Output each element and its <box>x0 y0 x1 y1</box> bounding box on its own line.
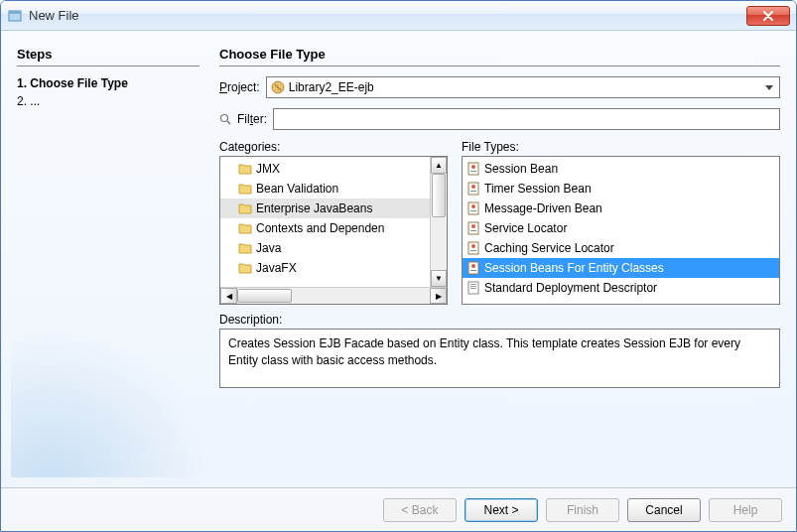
categories-list: JMXBean ValidationEnterprise JavaBeansCo… <box>220 157 430 280</box>
close-icon <box>762 11 774 21</box>
category-item[interactable]: JavaFX <box>220 258 430 278</box>
titlebar[interactable]: New File <box>1 1 796 31</box>
back-button[interactable]: < Back <box>383 498 457 522</box>
file-icon <box>466 221 480 235</box>
svg-point-18 <box>471 244 475 248</box>
step-item: 1. Choose File Type <box>17 74 199 92</box>
button-bar: < Back Next > Finish Cancel Help <box>1 487 796 531</box>
folder-icon <box>238 222 252 234</box>
filetypes-list: Session BeanTimer Session BeanMessage-Dr… <box>463 157 779 300</box>
description-label: Description: <box>219 313 780 327</box>
filter-row: Filter: <box>219 108 780 130</box>
svg-point-9 <box>471 185 475 189</box>
file-icon <box>466 241 480 255</box>
steps-panel: Steps 1. Choose File Type2. ... <box>11 41 209 477</box>
folder-icon <box>238 262 252 274</box>
description-text: Creates Session EJB Facade based on Enti… <box>228 336 740 367</box>
svg-point-3 <box>221 115 228 122</box>
filter-label: Filter: <box>237 112 267 126</box>
filetype-item[interactable]: Session Bean <box>463 159 779 179</box>
category-label: Contexts and Dependen <box>256 221 384 235</box>
svg-rect-13 <box>470 210 476 211</box>
project-icon <box>271 80 285 94</box>
steps-heading: Steps <box>17 47 199 66</box>
search-icon <box>219 113 231 125</box>
filetypes-listbox[interactable]: Session BeanTimer Session BeanMessage-Dr… <box>462 156 780 305</box>
filetype-item[interactable]: Service Locator <box>463 218 779 238</box>
svg-rect-10 <box>470 191 476 192</box>
description-box: Creates Session EJB Facade based on Enti… <box>219 329 780 388</box>
steps-list: 1. Choose File Type2. ... <box>17 74 199 110</box>
folder-icon <box>238 202 252 214</box>
category-item[interactable]: Enterprise JavaBeans <box>220 199 430 218</box>
svg-point-12 <box>471 204 475 208</box>
next-button[interactable]: Next > <box>465 498 538 522</box>
lists-row: Categories: JMXBean ValidationEnterprise… <box>219 140 780 305</box>
category-item[interactable]: Bean Validation <box>220 179 430 199</box>
cancel-button[interactable]: Cancel <box>627 498 701 522</box>
finish-button[interactable]: Finish <box>546 498 619 522</box>
filetype-label: Message-Driven Bean <box>484 201 602 215</box>
categories-column: Categories: JMXBean ValidationEnterprise… <box>219 140 448 305</box>
filetype-label: Service Locator <box>484 221 567 235</box>
file-icon <box>466 201 480 215</box>
filetype-item[interactable]: Message-Driven Bean <box>463 199 779 218</box>
project-label: Project: <box>219 80 260 94</box>
scroll-thumb[interactable] <box>237 289 292 303</box>
filetype-item[interactable]: Standard Deployment Descriptor <box>463 278 779 298</box>
file-icon <box>466 261 480 275</box>
svg-rect-1 <box>9 11 21 14</box>
scroll-track[interactable] <box>237 288 430 304</box>
categories-vscrollbar[interactable]: ▲ ▼ <box>430 157 447 287</box>
category-item[interactable]: Contexts and Dependen <box>220 218 430 238</box>
scroll-right-button[interactable]: ▶ <box>430 288 447 304</box>
folder-icon <box>238 183 252 195</box>
folder-icon <box>238 163 252 175</box>
category-item[interactable]: JMX <box>220 159 430 179</box>
filetype-item[interactable]: Caching Service Locator <box>463 238 779 258</box>
window-title: New File <box>29 8 746 23</box>
scroll-thumb[interactable] <box>432 174 446 217</box>
category-item[interactable]: Java <box>220 238 430 258</box>
filetype-label: Timer Session Bean <box>484 182 592 196</box>
scroll-up-button[interactable]: ▲ <box>431 157 447 174</box>
scroll-track[interactable] <box>431 174 447 270</box>
help-button[interactable]: Help <box>709 498 782 522</box>
svg-point-15 <box>471 224 475 228</box>
svg-rect-24 <box>470 284 476 285</box>
content-area: Steps 1. Choose File Type2. ... Choose F… <box>1 31 796 487</box>
scroll-down-button[interactable]: ▼ <box>431 270 447 287</box>
filetype-item[interactable]: Timer Session Bean <box>463 179 779 199</box>
categories-hscrollbar[interactable]: ◀ ▶ <box>220 287 447 304</box>
main-heading: Choose File Type <box>219 47 780 66</box>
svg-point-6 <box>471 165 475 169</box>
main-panel: Choose File Type Project: Library2_EE-ej… <box>209 41 786 477</box>
filetypes-label: File Types: <box>462 140 780 154</box>
project-value: Library2_EE-ejb <box>289 80 374 94</box>
wizard-window: New File Steps 1. Choose File Type2. ...… <box>0 0 797 532</box>
app-icon <box>7 8 23 24</box>
file-icon <box>466 182 480 196</box>
file-icon <box>466 281 480 295</box>
svg-line-4 <box>227 121 230 124</box>
file-icon <box>466 162 480 176</box>
filetype-label: Caching Service Locator <box>484 241 614 255</box>
filetype-label: Session Beans For Entity Classes <box>484 261 664 275</box>
step-item: 2. ... <box>17 92 199 110</box>
category-label: Java <box>256 241 281 255</box>
filetype-item[interactable]: Session Beans For Entity Classes <box>463 258 779 278</box>
filetypes-column: File Types: Session BeanTimer Session Be… <box>462 140 780 305</box>
filetype-label: Standard Deployment Descriptor <box>484 281 657 295</box>
category-label: JavaFX <box>256 261 297 275</box>
project-row: Project: Library2_EE-ejb <box>219 76 780 98</box>
folder-icon <box>238 242 252 254</box>
svg-rect-7 <box>470 171 476 172</box>
project-select[interactable]: Library2_EE-ejb <box>266 76 780 98</box>
svg-rect-19 <box>470 250 476 251</box>
dropdown-arrow-icon <box>761 79 777 95</box>
scroll-left-button[interactable]: ◀ <box>220 288 237 304</box>
category-label: Bean Validation <box>256 182 338 196</box>
close-button[interactable] <box>746 6 790 26</box>
filter-input[interactable] <box>273 108 780 130</box>
categories-listbox[interactable]: JMXBean ValidationEnterprise JavaBeansCo… <box>219 156 448 305</box>
